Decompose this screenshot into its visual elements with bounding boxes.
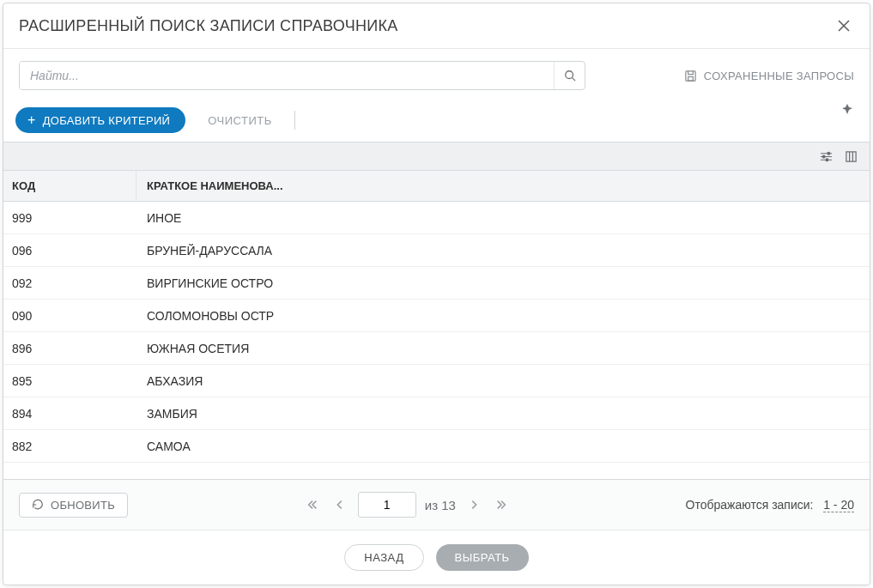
select-button[interactable]: ВЫБРАТЬ	[436, 544, 529, 571]
search-input[interactable]	[20, 62, 554, 89]
sliders-icon	[820, 150, 833, 163]
svg-point-5	[826, 158, 828, 161]
clear-button[interactable]: ОЧИСТИТЬ	[199, 109, 281, 132]
svg-rect-6	[846, 151, 856, 161]
page-total-label: из 13	[425, 498, 456, 512]
column-header-code[interactable]: КОД	[3, 171, 136, 201]
search-bar: СОХРАНЕННЫЕ ЗАПРОСЫ	[3, 49, 870, 102]
chevrons-left-icon	[306, 499, 318, 511]
svg-rect-2	[688, 76, 693, 81]
pin-icon	[842, 104, 852, 114]
cell-code: 092	[3, 276, 136, 290]
refresh-label: ОБНОВИТЬ	[51, 499, 115, 512]
modal-header: РАСШИРЕННЫЙ ПОИСК ЗАПИСИ СПРАВОЧНИКА	[3, 3, 870, 49]
table-row[interactable]: 896ЮЖНАЯ ОСЕТИЯ	[3, 332, 870, 365]
table-header: КОД КРАТКОЕ НАИМЕНОВА...	[3, 171, 870, 202]
table-toolbar	[3, 142, 870, 171]
criteria-bar: + ДОБАВИТЬ КРИТЕРИЙ ОЧИСТИТЬ	[3, 102, 870, 142]
cell-code: 882	[3, 439, 136, 453]
table-row[interactable]: 090СОЛОМОНОВЫ ОСТР	[3, 300, 870, 332]
cell-name: БРУНЕЙ-ДАРУССАЛА	[136, 244, 870, 258]
table-row[interactable]: 895АБХАЗИЯ	[3, 365, 870, 397]
column-header-name[interactable]: КРАТКОЕ НАИМЕНОВА...	[136, 171, 870, 201]
columns-settings-button[interactable]	[845, 150, 858, 163]
svg-rect-1	[686, 70, 695, 80]
cell-name: САМОА	[136, 439, 870, 453]
table-row[interactable]: 882САМОА	[3, 430, 870, 463]
cell-name: ВИРГИНСКИЕ ОСТРО	[136, 276, 870, 290]
next-page-button[interactable]	[464, 495, 483, 514]
pager-info-range[interactable]: 1 - 20	[823, 498, 854, 512]
cell-code: 090	[3, 309, 136, 323]
pager: ОБНОВИТЬ из 13 Отображаются записи: 1 - …	[3, 479, 870, 530]
cell-name: ЗАМБИЯ	[136, 407, 870, 421]
saved-queries-button[interactable]: СОХРАНЕННЫЕ ЗАПРОСЫ	[684, 70, 854, 82]
divider	[294, 111, 295, 130]
svg-point-4	[822, 155, 825, 158]
refresh-button[interactable]: ОБНОВИТЬ	[19, 493, 128, 518]
chevron-left-icon	[334, 499, 346, 511]
table-row[interactable]: 894ЗАМБИЯ	[3, 397, 870, 430]
page-input[interactable]	[358, 492, 416, 518]
cell-name: ЮЖНАЯ ОСЕТИЯ	[136, 342, 870, 355]
plus-icon: +	[27, 113, 36, 127]
first-page-button[interactable]	[303, 495, 322, 514]
pager-info: Отображаются записи: 1 - 20	[686, 498, 854, 512]
refresh-icon	[32, 499, 44, 511]
saved-queries-label: СОХРАНЕННЫЕ ЗАПРОСЫ	[704, 70, 854, 82]
cell-code: 999	[3, 211, 136, 225]
search-icon	[564, 70, 576, 82]
pin-button[interactable]	[842, 102, 852, 118]
cell-name: АБХАЗИЯ	[136, 374, 870, 388]
table-row[interactable]: 999ИНОЕ	[3, 202, 870, 234]
last-page-button[interactable]	[492, 495, 511, 514]
filter-settings-button[interactable]	[820, 150, 833, 163]
columns-icon	[845, 150, 858, 163]
cell-name: ИНОЕ	[136, 211, 870, 225]
search-input-wrap	[19, 61, 585, 90]
chevrons-right-icon	[495, 499, 507, 511]
modal-dialog: РАСШИРЕННЫЙ ПОИСК ЗАПИСИ СПРАВОЧНИКА СОХ…	[3, 3, 870, 585]
table-row[interactable]: 092ВИРГИНСКИЕ ОСТРО	[3, 267, 870, 300]
close-button[interactable]	[834, 15, 854, 36]
pager-info-prefix: Отображаются записи:	[686, 498, 814, 512]
cell-code: 894	[3, 407, 136, 421]
svg-point-3	[828, 152, 830, 155]
cell-code: 096	[3, 244, 136, 258]
modal-footer: НАЗАД ВЫБРАТЬ	[3, 530, 870, 585]
search-submit-button[interactable]	[554, 62, 585, 89]
add-criteria-button[interactable]: + ДОБАВИТЬ КРИТЕРИЙ	[15, 107, 185, 133]
save-icon	[684, 70, 697, 82]
table-row[interactable]: 096БРУНЕЙ-ДАРУССАЛА	[3, 234, 870, 267]
chevron-right-icon	[468, 499, 480, 511]
cell-code: 895	[3, 374, 136, 388]
pager-controls: из 13	[303, 492, 511, 518]
modal-title: РАСШИРЕННЫЙ ПОИСК ЗАПИСИ СПРАВОЧНИКА	[19, 17, 398, 35]
table-body[interactable]: 999ИНОЕ 096БРУНЕЙ-ДАРУССАЛА 092ВИРГИНСКИ…	[3, 202, 870, 479]
prev-page-button[interactable]	[330, 495, 349, 514]
back-button[interactable]: НАЗАД	[344, 544, 423, 571]
cell-name: СОЛОМОНОВЫ ОСТР	[136, 309, 870, 323]
svg-point-0	[565, 71, 573, 79]
close-icon	[837, 19, 851, 33]
cell-code: 896	[3, 342, 136, 355]
add-criteria-label: ДОБАВИТЬ КРИТЕРИЙ	[43, 114, 171, 127]
